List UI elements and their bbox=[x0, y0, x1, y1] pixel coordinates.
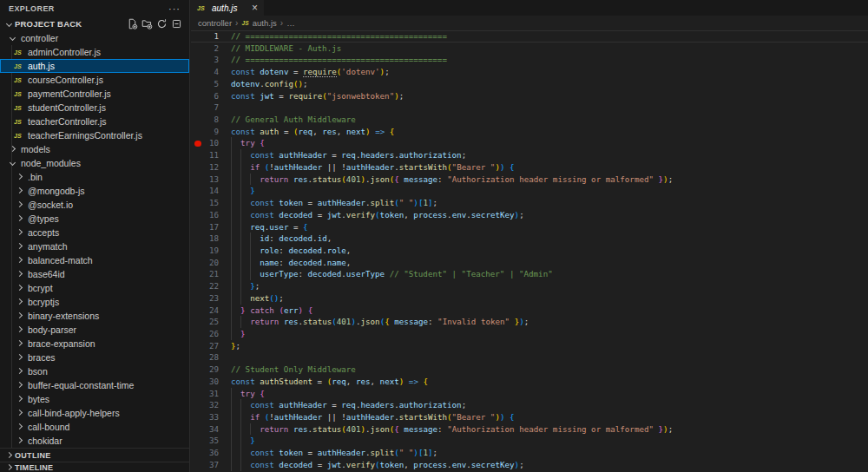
line-number[interactable]: 30 bbox=[191, 376, 231, 388]
code-line-32[interactable]: 32 const authHeader = req.headers.author… bbox=[191, 399, 868, 411]
line-number[interactable]: 34 bbox=[191, 423, 231, 436]
tree-item-braces[interactable]: braces bbox=[0, 351, 189, 364]
chevron-right-icon[interactable] bbox=[14, 311, 25, 322]
tree-item-buffer-equal-constant-time[interactable]: buffer-equal-constant-time bbox=[0, 378, 189, 392]
line-number[interactable]: 21 bbox=[191, 268, 231, 280]
code-line-1[interactable]: 1// ====================================… bbox=[191, 30, 868, 43]
code-line-22[interactable]: 22 }; bbox=[191, 280, 868, 292]
breakpoint-icon[interactable] bbox=[194, 141, 201, 148]
code-line-2[interactable]: 2// MIDDLEWARE - Auth.js bbox=[191, 43, 868, 55]
tree-item-models[interactable]: models bbox=[0, 142, 189, 156]
line-number[interactable]: 35 bbox=[191, 435, 231, 447]
chevron-right-icon[interactable] bbox=[14, 241, 25, 252]
chevron-right-icon[interactable] bbox=[14, 255, 25, 266]
tree-item-auth-js[interactable]: JSauth.js bbox=[0, 59, 189, 73]
tree-item-anymatch[interactable]: anymatch bbox=[0, 239, 189, 253]
chevron-right-icon[interactable] bbox=[14, 436, 25, 447]
line-number[interactable]: 28 bbox=[191, 351, 231, 364]
chevron-right-icon[interactable] bbox=[14, 227, 25, 239]
line-number[interactable]: 27 bbox=[191, 340, 231, 352]
line-number[interactable]: 26 bbox=[191, 328, 231, 340]
tree-item-binary-extensions[interactable]: binary-extensions bbox=[0, 309, 189, 323]
chevron-down-icon[interactable] bbox=[7, 33, 18, 44]
line-number[interactable]: 29 bbox=[191, 364, 231, 376]
tree-item-chokidar[interactable]: chokidar bbox=[0, 434, 189, 448]
line-number[interactable]: 9 bbox=[191, 126, 231, 138]
code-line-31[interactable]: 31 try { bbox=[191, 388, 868, 400]
code-line-9[interactable]: 9const auth = (req, res, next) => { bbox=[191, 126, 868, 138]
chevron-right-icon[interactable] bbox=[14, 380, 25, 391]
code-line-18[interactable]: 18 id: decoded.id, bbox=[191, 233, 868, 245]
code-line-27[interactable]: 27}; bbox=[191, 340, 868, 352]
line-number[interactable]: 19 bbox=[191, 245, 231, 257]
chevron-down-icon[interactable] bbox=[7, 158, 18, 169]
close-icon[interactable]: × bbox=[252, 3, 258, 12]
chevron-right-icon[interactable] bbox=[14, 422, 25, 433]
chevron-right-icon[interactable] bbox=[7, 144, 18, 155]
code-line-36[interactable]: 36 const token = authHeader.split(" ")[1… bbox=[191, 447, 868, 459]
tree-item-brace-expansion[interactable]: brace-expansion bbox=[0, 337, 189, 351]
breadcrumb-item-controller[interactable]: controller bbox=[198, 18, 232, 28]
code-line-7[interactable]: 7 bbox=[191, 102, 868, 114]
line-number[interactable]: 20 bbox=[191, 257, 231, 269]
tree-item-admincontroller-js[interactable]: JSadminController.js bbox=[0, 45, 189, 59]
line-number[interactable]: 5 bbox=[191, 78, 231, 90]
chevron-right-icon[interactable] bbox=[14, 172, 25, 183]
tree-item-teachercontroller-js[interactable]: JSteacherController.js bbox=[0, 115, 189, 128]
tree-item--socket-io[interactable]: @socket.io bbox=[0, 198, 189, 212]
line-number[interactable]: 24 bbox=[191, 305, 231, 317]
tree-item-bcrypt[interactable]: bcrypt bbox=[0, 281, 189, 295]
line-number[interactable]: 18 bbox=[191, 233, 231, 245]
line-number[interactable]: 10 bbox=[191, 137, 231, 149]
code-line-11[interactable]: 11 const authHeader = req.headers.author… bbox=[191, 149, 868, 161]
tree-item-bytes[interactable]: bytes bbox=[0, 392, 189, 406]
chevron-right-icon[interactable] bbox=[14, 283, 25, 294]
tab-auth-js[interactable]: JS auth.js × bbox=[191, 0, 264, 16]
tree-item-base64id[interactable]: base64id bbox=[0, 267, 189, 281]
line-number[interactable]: 6 bbox=[191, 90, 231, 102]
code-line-8[interactable]: 8// General Auth Middleware bbox=[191, 114, 868, 126]
tree-item-coursecontroller-js[interactable]: JScourseController.js bbox=[0, 73, 189, 87]
code-line-5[interactable]: 5dotenv.config(); bbox=[191, 78, 868, 90]
code-line-15[interactable]: 15 const token = authHeader.split(" ")[1… bbox=[191, 197, 868, 209]
code-line-19[interactable]: 19 role: decoded.role, bbox=[191, 245, 868, 257]
chevron-right-icon[interactable] bbox=[14, 186, 25, 197]
line-number[interactable]: 15 bbox=[191, 197, 231, 209]
code-line-23[interactable]: 23 next(); bbox=[191, 292, 868, 305]
tree-item-paymentcontroller-js[interactable]: JSpaymentController.js bbox=[0, 87, 189, 101]
code-line-24[interactable]: 24 } catch (err) { bbox=[191, 305, 868, 317]
line-number[interactable]: 7 bbox=[191, 102, 231, 114]
chevron-right-icon[interactable] bbox=[14, 200, 25, 211]
new-folder-icon[interactable] bbox=[141, 18, 153, 30]
code-line-20[interactable]: 20 name: decoded.name, bbox=[191, 257, 868, 269]
tree-item-balanced-match[interactable]: balanced-match bbox=[0, 253, 189, 267]
code-line-35[interactable]: 35 } bbox=[191, 435, 868, 447]
tree-item-node-modules[interactable]: node_modules bbox=[0, 156, 189, 170]
chevron-right-icon[interactable] bbox=[14, 269, 25, 280]
chevron-right-icon[interactable] bbox=[14, 297, 25, 308]
code-line-10[interactable]: 10 try { bbox=[191, 137, 868, 149]
code-line-16[interactable]: 16 const decoded = jwt.verify(token, pro… bbox=[191, 209, 868, 221]
code-line-13[interactable]: 13 return res.status(401).json({ message… bbox=[191, 174, 868, 186]
tree-item-studentcontroller-js[interactable]: JSstudentController.js bbox=[0, 101, 189, 115]
tree-item-call-bind-apply-helpers[interactable]: call-bind-apply-helpers bbox=[0, 406, 189, 420]
tree-item-accepts[interactable]: accepts bbox=[0, 226, 189, 239]
code-line-3[interactable]: 3// ====================================… bbox=[191, 54, 868, 66]
tree-item-call-bound[interactable]: call-bound bbox=[0, 420, 189, 434]
tree-item--types[interactable]: @types bbox=[0, 212, 189, 226]
project-section-header[interactable]: PROJECT BACK bbox=[0, 16, 189, 31]
line-number[interactable]: 17 bbox=[191, 221, 231, 233]
chevron-right-icon[interactable] bbox=[14, 324, 25, 336]
breadcrumb-item-symbol[interactable]: … bbox=[286, 18, 295, 28]
new-file-icon[interactable] bbox=[127, 18, 138, 30]
tree-item-teacherearningscontroller-js[interactable]: JSteacherEarningsController.js bbox=[0, 128, 189, 142]
code-line-12[interactable]: 12 if (!authHeader || !authHeader.starts… bbox=[191, 161, 868, 174]
line-number[interactable]: 23 bbox=[191, 292, 231, 305]
more-actions-icon[interactable]: ··· bbox=[168, 3, 181, 14]
code-line-28[interactable]: 28 bbox=[191, 351, 868, 364]
line-number[interactable]: 32 bbox=[191, 399, 231, 411]
code-line-17[interactable]: 17 req.user = { bbox=[191, 221, 868, 233]
line-number[interactable]: 13 bbox=[191, 174, 231, 186]
code-line-14[interactable]: 14 } bbox=[191, 185, 868, 197]
collapse-all-icon[interactable] bbox=[171, 18, 182, 30]
